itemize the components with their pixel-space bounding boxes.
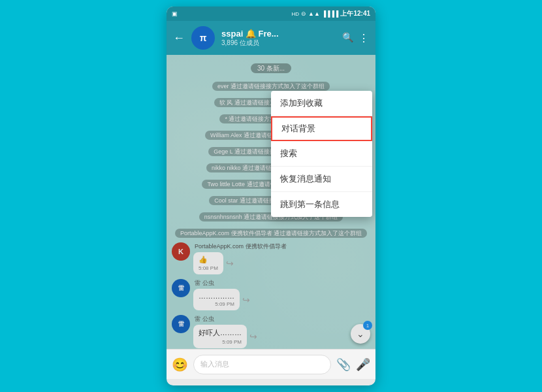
sender-3: 雷 公虫: [195, 315, 257, 323]
status-bar: ▣ HD ⊖ ▲▲ ▐▐▐▐ 上午12:41: [167, 7, 375, 21]
attach-button[interactable]: 📎: [336, 357, 351, 372]
bubble-2: …………… 5:09 PM: [193, 289, 240, 310]
status-time: 上午12:41: [340, 9, 370, 18]
avatar-k: K: [172, 242, 190, 261]
message-input[interactable]: 输入消息: [193, 355, 331, 374]
menu-item-wallpaper[interactable]: 对话背景: [271, 116, 372, 141]
status-bars: ▐▐▐▐: [322, 10, 339, 17]
bubble-3: 好吓人……… 5:09 PM: [193, 325, 247, 348]
message-3: 雷 雷 公虫 好吓人……… 5:09 PM ↪: [172, 315, 370, 348]
status-bar-right: HD ⊖ ▲▲ ▐▐▐▐ 上午12:41: [292, 9, 370, 18]
search-icon[interactable]: 🔍: [342, 32, 353, 44]
status-bar-left: ▣: [172, 10, 178, 17]
avatar-lei-3: 雷: [172, 315, 190, 333]
sender-1: PortableAppK.com 便携软件倡导者: [195, 242, 287, 251]
status-icon-square: ▣: [172, 10, 178, 17]
chat-title: sspai 🔔 Fre...: [221, 29, 336, 39]
bubble-content-2: 雷 公虫 …………… 5:09 PM ↪: [193, 279, 250, 310]
chat-subtitle: 3,896 位成员: [221, 39, 336, 48]
chat-header: ← π sspai 🔔 Fre... 3,896 位成员 🔍 ⋮: [167, 21, 375, 55]
unread-badge: 1: [363, 321, 372, 330]
new-messages-bar: 30 条新...: [172, 61, 370, 73]
system-msg-portable: PortableAppK.com 便携软件倡导者 通过邀请链接方式加入了这个群组: [172, 226, 370, 238]
dropdown-menu: 添加到收藏 对话背景 搜索 恢复消息通知 跳到第一条信息: [271, 91, 372, 217]
bubble-content-3: 雷 公虫 好吓人……… 5:09 PM ↪: [193, 315, 257, 348]
chevron-down-icon: ⌄: [357, 329, 364, 339]
input-bar: 😊 输入消息 📎 🎤: [167, 349, 375, 379]
bubble-content-1: PortableAppK.com 便携软件倡导者 👍 5:08 PM ↪: [193, 242, 287, 274]
group-avatar: π: [191, 26, 215, 50]
mic-button[interactable]: 🎤: [356, 357, 370, 372]
system-msg-1: ever 通过邀请链接接方式加入了这个群组: [172, 79, 370, 91]
message-1: K PortableAppK.com 便携软件倡导者 👍 5:08 PM ↪: [172, 242, 370, 274]
forward-icon-3[interactable]: ↪: [249, 331, 257, 342]
scroll-to-bottom-button[interactable]: 1 ⌄: [351, 324, 370, 344]
message-2: 雷 雷 公虫 …………… 5:09 PM ↪: [172, 279, 370, 310]
chat-area: 30 条新... ever 通过邀请链接接方式加入了这个群组 软 风 通过邀请链…: [167, 55, 375, 349]
menu-item-restore-notif[interactable]: 恢复消息通知: [271, 167, 372, 192]
header-info: sspai 🔔 Fre... 3,896 位成员: [221, 29, 336, 48]
sender-2: 雷 公虫: [195, 279, 250, 287]
emoji-button[interactable]: 😊: [172, 357, 188, 372]
header-actions: 🔍 ⋮: [342, 32, 369, 44]
status-hd: HD: [292, 11, 300, 17]
status-wifi: ▲▲: [308, 10, 320, 17]
menu-item-jump-first[interactable]: 跳到第一条信息: [271, 192, 372, 217]
more-icon[interactable]: ⋮: [359, 32, 369, 44]
back-button[interactable]: ←: [173, 31, 185, 45]
phone-container: ▣ HD ⊖ ▲▲ ▐▐▐▐ 上午12:41 ← π sspai 🔔 Fre..…: [167, 7, 375, 385]
status-signal: ⊖: [301, 10, 306, 17]
bubble-1: 👍 5:08 PM: [193, 252, 223, 274]
menu-item-bookmark[interactable]: 添加到收藏: [271, 91, 372, 116]
menu-item-search[interactable]: 搜索: [271, 141, 372, 167]
forward-icon-2[interactable]: ↪: [242, 295, 250, 305]
forward-icon-1[interactable]: ↪: [226, 258, 234, 269]
avatar-lei-2: 雷: [172, 279, 190, 297]
